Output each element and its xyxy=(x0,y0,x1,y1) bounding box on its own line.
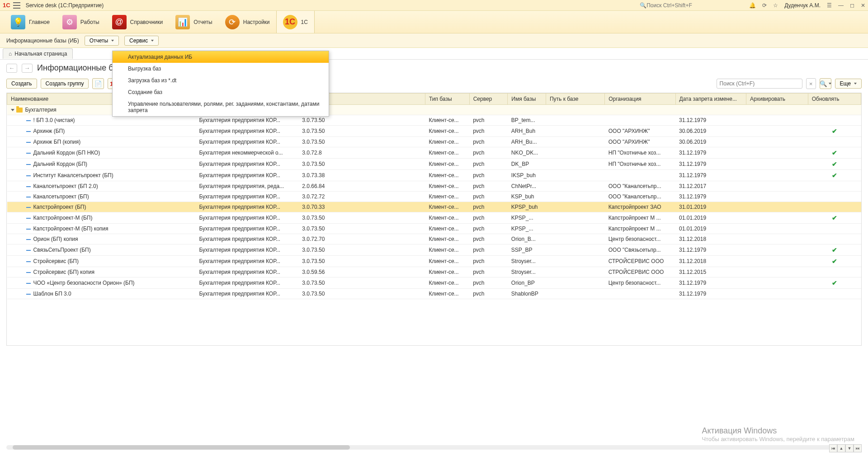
history-icon[interactable]: ⟳ xyxy=(762,2,767,9)
table-row[interactable]: Стройсервис (БП)Бухгалтерия предприятия … xyxy=(7,256,861,267)
table-row[interactable]: Институт Каналсетьпроект (БП)Бухгалтерия… xyxy=(7,170,861,181)
search-options-button[interactable]: 🔍 xyxy=(820,78,831,89)
scrollbar-thumb[interactable] xyxy=(13,445,350,450)
table-row[interactable]: Каналсетьпроект (БП 2.0)Бухгалтерия пред… xyxy=(7,181,861,192)
cell: НП "Охотничье хоз... xyxy=(605,147,675,159)
cell: 3.0.73.38 xyxy=(298,170,425,181)
table-row[interactable]: Капстройпроект-М (БП)Бухгалтерия предпри… xyxy=(7,212,861,224)
watermark-title: Активация Windows xyxy=(702,426,854,436)
tab-ref[interactable]: @ Справочники xyxy=(106,11,170,33)
search-options-icon: 🔍 xyxy=(820,80,827,87)
cell: Клиент-се... xyxy=(425,224,469,234)
cell: Бухгалтерия предприятия, реда... xyxy=(195,181,298,192)
row-marker-icon xyxy=(26,272,31,273)
close-icon[interactable]: ✕ xyxy=(861,2,865,9)
menu-create-db[interactable]: Создание баз xyxy=(113,86,329,98)
col-server[interactable]: Сервер xyxy=(469,94,508,105)
forward-button[interactable]: → xyxy=(22,64,33,73)
tab-settings[interactable]: ⟳ Настройки xyxy=(219,11,276,33)
star-icon[interactable]: ☆ xyxy=(773,2,778,9)
minimize-icon[interactable]: — xyxy=(838,2,844,9)
col-date[interactable]: Дата запрета измене... xyxy=(675,94,746,105)
tab-start-page[interactable]: ⌂ Начальная страница xyxy=(3,48,73,59)
cell: 3.0.73.50 xyxy=(298,277,425,289)
table-row[interactable]: Каналсетьпроект (БП)Бухгалтерия предприя… xyxy=(7,192,861,202)
maximize-icon[interactable]: ◻ xyxy=(850,2,854,9)
cell xyxy=(546,202,604,212)
service-dropdown-button[interactable]: Сервис xyxy=(124,36,159,46)
table-row[interactable]: Орион (БП) копияБухгалтерия предприятия … xyxy=(7,234,861,244)
col-org[interactable]: Организация xyxy=(605,94,675,105)
cell: 31.12.2017 xyxy=(675,181,746,192)
menu-export[interactable]: Выгрузка баз xyxy=(113,63,329,75)
cell: СвязьСетьПроект (БП) xyxy=(7,244,196,256)
cell: ООО "Каналсетьпр... xyxy=(605,181,675,192)
cell xyxy=(746,267,808,277)
horizontal-scrollbar[interactable] xyxy=(6,445,850,450)
copy-button[interactable]: 📄 xyxy=(92,78,104,89)
ib-label[interactable]: Информационные базы (ИБ) xyxy=(6,38,79,44)
table-row[interactable]: Дальний Кордон (БП НКО)Бухгалтерия неком… xyxy=(7,147,861,159)
reports-dropdown-button[interactable]: Отчеты xyxy=(85,36,119,46)
cell: Орион (БП) копия xyxy=(7,234,196,244)
tab-reports[interactable]: 📊 Отчеты xyxy=(169,11,218,33)
nav-prev-button[interactable]: ▲ xyxy=(837,444,845,452)
cell xyxy=(546,147,604,159)
cell xyxy=(746,147,808,159)
cell: Клиент-се... xyxy=(425,137,469,147)
cell: ✔ xyxy=(808,212,861,224)
table-row[interactable]: Шаблон БП 3.0Бухгалтерия предприятия КОР… xyxy=(7,289,861,299)
table-row[interactable]: Стройсервис (БП) копияБухгалтерия предпр… xyxy=(7,267,861,277)
menu-import[interactable]: Загрузка баз из *.dt xyxy=(113,75,329,86)
cell xyxy=(605,289,675,299)
expand-icon[interactable] xyxy=(11,109,14,111)
cell: Институт Каналсетьпроект (БП) xyxy=(7,170,196,181)
nav-first-button[interactable]: ⏮ xyxy=(829,444,837,452)
cell: Архинж (БП) xyxy=(7,126,196,137)
table-search-input[interactable] xyxy=(717,79,802,89)
col-db[interactable]: Имя базы xyxy=(508,94,546,105)
create-group-button[interactable]: Создать группу xyxy=(41,79,89,89)
col-type[interactable]: Тип базы xyxy=(425,94,469,105)
tab-work[interactable]: ⚙ Работы xyxy=(56,11,106,33)
table-row[interactable]: Капстройпроект (БП)Бухгалтерия предприят… xyxy=(7,202,861,212)
hamburger-icon[interactable] xyxy=(13,2,20,9)
menu-icon[interactable]: ☰ xyxy=(827,2,832,9)
menu-actualize[interactable]: Актуализация данных ИБ xyxy=(113,51,329,63)
nav-last-button[interactable]: ⏭ xyxy=(854,444,862,452)
col-upd[interactable]: Обновлять xyxy=(808,94,861,105)
table-row[interactable]: СвязьСетьПроект (БП)Бухгалтерия предприя… xyxy=(7,244,861,256)
global-search[interactable]: 🔍 xyxy=(640,2,744,9)
back-button[interactable]: ← xyxy=(6,64,17,73)
user-name[interactable]: Дуденчук А.М. xyxy=(784,2,821,9)
cell xyxy=(546,256,604,267)
cell: Бухгалтерия предприятия КОР... xyxy=(195,192,298,202)
tab-1c[interactable]: 1C 1C xyxy=(276,11,315,33)
cell: Бухгалтерия предприятия КОР... xyxy=(195,126,298,137)
col-path[interactable]: Путь к базе xyxy=(546,94,604,105)
menu-manage[interactable]: Управление пользователями, ролями, рег. … xyxy=(113,98,329,116)
cell: pvch xyxy=(469,126,508,137)
col-arch[interactable]: Архивировать xyxy=(746,94,808,105)
cell: ООО "АРХИНЖ" xyxy=(605,137,675,147)
cell: Стройсервис (БП) копия xyxy=(7,267,196,277)
create-button[interactable]: Создать xyxy=(6,79,37,89)
bell-icon[interactable]: 🔔 xyxy=(749,2,756,9)
tab-home[interactable]: 💡 Главное xyxy=(5,11,56,33)
cell: Каналсетьпроект (БП 2.0) xyxy=(7,181,196,192)
copy-icon: 📄 xyxy=(94,80,102,87)
cell: 31.12.2018 xyxy=(675,256,746,267)
cell: BP_tem... xyxy=(508,115,546,126)
table-row[interactable]: Дальний Кордон (БП)Бухгалтерия предприят… xyxy=(7,159,861,170)
cell: 30.06.2019 xyxy=(675,126,746,137)
table-row[interactable]: Архинж (БП)Бухгалтерия предприятия КОР..… xyxy=(7,126,861,137)
nav-next-button[interactable]: ▼ xyxy=(845,444,854,452)
global-search-input[interactable] xyxy=(646,2,744,9)
table-row[interactable]: ЧОО «Центр безопасности Орион» (БП)Бухга… xyxy=(7,277,861,289)
table-row[interactable]: Капстройпроект-М (БП) копияБухгалтерия п… xyxy=(7,224,861,234)
table-row[interactable]: Архинж БП (копия)Бухгалтерия предприятия… xyxy=(7,137,861,147)
clear-search-button[interactable]: × xyxy=(806,78,816,89)
more-button[interactable]: Еще xyxy=(835,79,862,89)
cell xyxy=(808,289,861,299)
cell xyxy=(546,192,604,202)
